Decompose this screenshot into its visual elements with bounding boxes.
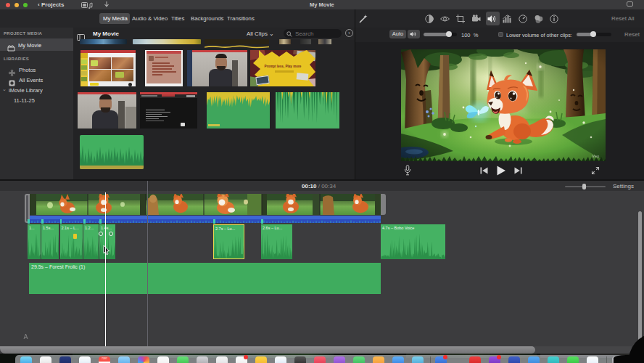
svg-text:Veo: Veo: [592, 154, 600, 158]
